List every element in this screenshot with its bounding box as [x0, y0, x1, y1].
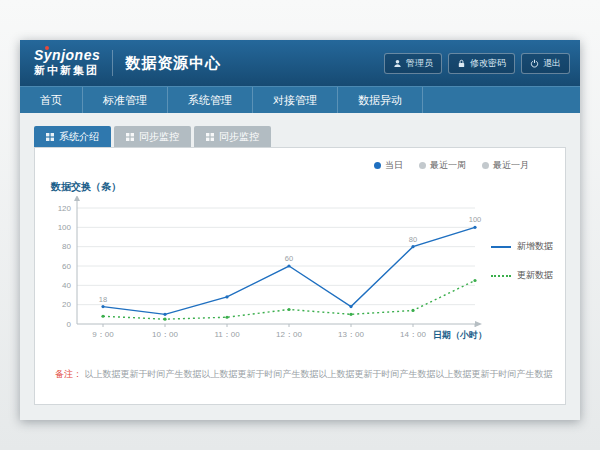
page-background: Synjones 新中新集团 数据资源中心 管理员 修改密码 — [0, 0, 600, 450]
lock-icon — [457, 59, 466, 68]
page-title: 数据资源中心 — [125, 54, 221, 73]
legend-item-new-data[interactable]: 新增数据 — [491, 240, 553, 253]
tab-sync-monitor-1[interactable]: 同步监控 — [114, 126, 191, 147]
svg-text:100: 100 — [58, 223, 72, 232]
grid-icon — [206, 133, 214, 141]
footnote-label: 备注： — [55, 369, 82, 379]
legend-dot-icon — [374, 162, 381, 169]
svg-text:80: 80 — [409, 235, 417, 244]
tab-label: 系统介绍 — [59, 130, 99, 144]
tab-label: 同步监控 — [219, 130, 259, 144]
logo-red-dot-icon — [45, 46, 49, 50]
svg-text:14：00: 14：00 — [400, 330, 426, 339]
logo-text: Synjones — [34, 48, 100, 62]
change-password-button[interactable]: 修改密码 — [448, 53, 515, 74]
filter-label: 最近一周 — [430, 159, 466, 172]
line-swatch-icon — [491, 246, 511, 248]
grid-icon — [126, 133, 134, 141]
time-filter-legend: 当日 最近一周 最近一月 — [47, 159, 529, 172]
company-logo[interactable]: Synjones 新中新集团 — [34, 48, 100, 78]
change-password-label: 修改密码 — [470, 57, 506, 70]
grid-icon — [46, 133, 54, 141]
header-actions: 管理员 修改密码 退出 — [384, 53, 570, 74]
tab-system-intro[interactable]: 系统介绍 — [34, 126, 111, 147]
footnote-text: 以上数据更新于时间产生数据以上数据更新于时间产生数据以上数据更新于时间产生数据以… — [85, 369, 553, 379]
user-icon — [393, 59, 402, 68]
filter-label: 最近一月 — [493, 159, 529, 172]
power-icon — [530, 59, 539, 68]
line-swatch-icon — [491, 275, 511, 277]
svg-text:20: 20 — [62, 300, 71, 309]
admin-user-label: 管理员 — [406, 57, 433, 70]
svg-text:日期（小时）: 日期（小时） — [433, 330, 487, 340]
legend-dot-icon — [482, 162, 489, 169]
logout-label: 退出 — [543, 57, 561, 70]
series-legend: 新增数据 更新数据 — [491, 240, 553, 282]
legend-item-updated-data[interactable]: 更新数据 — [491, 269, 553, 282]
svg-text:18: 18 — [99, 295, 107, 304]
content-area: 系统介绍 同步监控 同步监控 — [20, 113, 580, 405]
svg-text:60: 60 — [285, 254, 293, 263]
logout-button[interactable]: 退出 — [521, 53, 570, 74]
logo-subtitle: 新中新集团 — [34, 63, 100, 78]
nav-item-home[interactable]: 首页 — [20, 87, 83, 113]
tab-label: 同步监控 — [139, 130, 179, 144]
svg-text:60: 60 — [62, 262, 71, 271]
svg-text:120: 120 — [58, 204, 72, 213]
legend-dot-icon — [419, 162, 426, 169]
chart-y-axis-title: 数据交换（条） — [51, 180, 553, 194]
svg-text:10：00: 10：00 — [152, 330, 178, 339]
tab-sync-monitor-2[interactable]: 同步监控 — [194, 126, 271, 147]
chart-panel: 当日 最近一周 最近一月 数据交换（条） 0204060801001209：00… — [34, 147, 566, 405]
tab-bar: 系统介绍 同步监控 同步监控 — [34, 126, 566, 147]
svg-text:11：00: 11：00 — [214, 330, 240, 339]
svg-text:0: 0 — [67, 320, 72, 329]
filter-last-week[interactable]: 最近一周 — [419, 159, 466, 172]
nav-item-data-change[interactable]: 数据异动 — [338, 87, 423, 113]
main-nav: 首页 标准管理 系统管理 对接管理 数据异动 — [20, 86, 580, 113]
app-header: Synjones 新中新集团 数据资源中心 管理员 修改密码 — [20, 40, 580, 86]
series-label: 新增数据 — [517, 240, 553, 253]
filter-label: 当日 — [385, 159, 403, 172]
series-label: 更新数据 — [517, 269, 553, 282]
svg-text:80: 80 — [62, 242, 71, 251]
footnote: 备注： 以上数据更新于时间产生数据以上数据更新于时间产生数据以上数据更新于时间产… — [55, 368, 553, 381]
header-divider — [112, 50, 113, 76]
line-chart: 0204060801001209：0010：0011：0012：0013：001… — [47, 196, 489, 354]
nav-item-connection-mgmt[interactable]: 对接管理 — [253, 87, 338, 113]
nav-item-system-mgmt[interactable]: 系统管理 — [168, 87, 253, 113]
chart-row: 0204060801001209：0010：0011：0012：0013：001… — [47, 196, 553, 354]
svg-text:12：00: 12：00 — [276, 330, 302, 339]
svg-text:13：00: 13：00 — [338, 330, 364, 339]
svg-text:40: 40 — [62, 281, 71, 290]
svg-text:9：00: 9：00 — [92, 330, 114, 339]
filter-last-month[interactable]: 最近一月 — [482, 159, 529, 172]
filter-today[interactable]: 当日 — [374, 159, 403, 172]
nav-item-standard-mgmt[interactable]: 标准管理 — [83, 87, 168, 113]
svg-text:100: 100 — [469, 215, 482, 224]
app-window: Synjones 新中新集团 数据资源中心 管理员 修改密码 — [20, 40, 580, 420]
admin-user-button[interactable]: 管理员 — [384, 53, 442, 74]
